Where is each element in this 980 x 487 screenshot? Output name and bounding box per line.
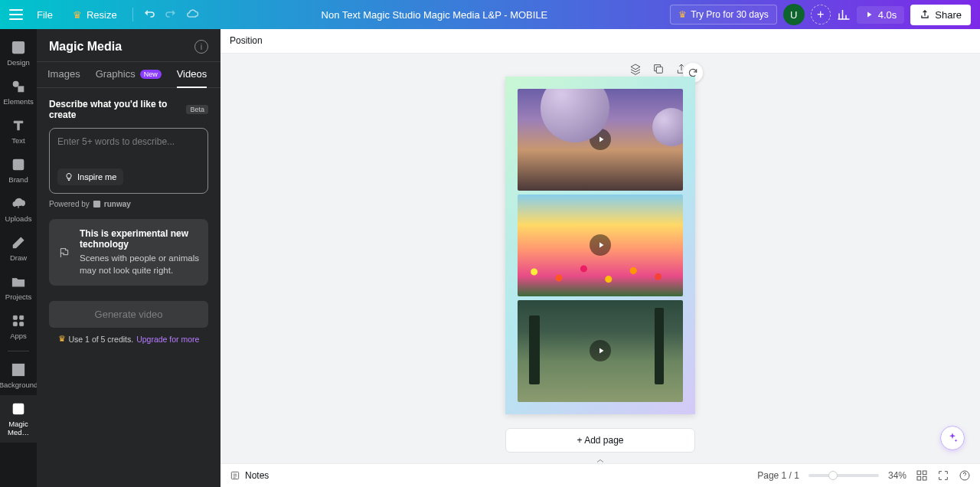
brand-icon: [11, 157, 26, 172]
cloud-upload-icon: [11, 196, 26, 211]
page-indicator[interactable]: Page 1 / 1: [757, 470, 799, 481]
info-icon[interactable]: i: [194, 40, 208, 54]
svg-rect-16: [923, 476, 926, 480]
play-button[interactable]: 4.0s: [857, 6, 905, 24]
share-button[interactable]: Share: [910, 5, 971, 25]
menu-icon[interactable]: [9, 9, 23, 20]
resize-label: Resize: [87, 9, 117, 21]
info-title: This is experimental new technology: [80, 228, 199, 250]
redo-icon[interactable]: [164, 8, 178, 21]
play-overlay[interactable]: [590, 340, 611, 361]
info-card: This is experimental new technology Scen…: [49, 219, 208, 286]
canvas-area: Position + Add pa: [220, 29, 980, 487]
svg-rect-3: [13, 159, 23, 169]
share-icon: [920, 9, 930, 20]
rail-item-magic-media[interactable]: Magic Med…: [0, 395, 37, 443]
rail-item-text[interactable]: Text: [0, 112, 37, 151]
powered-by: Powered by runway: [37, 200, 220, 211]
try-pro-button[interactable]: ♛ Try Pro for 30 days: [670, 5, 777, 25]
info-body: Scenes with people or animals may not lo…: [80, 253, 199, 276]
canvas-toolbar: Position: [220, 29, 980, 54]
rail-label: Design: [7, 58, 30, 67]
text-icon: [11, 118, 26, 133]
video-element-3[interactable]: [518, 300, 683, 402]
resize-button[interactable]: ♛ Resize: [67, 6, 123, 24]
svg-point-1: [13, 81, 18, 87]
play-overlay[interactable]: [590, 129, 611, 150]
add-page-button[interactable]: + Add page: [505, 428, 695, 453]
rail-item-draw[interactable]: Draw: [0, 229, 37, 268]
video-element-2[interactable]: [518, 194, 683, 296]
beta-badge: Beta: [186, 105, 208, 114]
rail-item-projects[interactable]: Projects: [0, 268, 37, 307]
svg-rect-13: [917, 471, 921, 475]
zoom-thumb[interactable]: [828, 471, 838, 480]
chevron-up-icon: [596, 459, 605, 463]
rail-item-apps[interactable]: Apps: [0, 307, 37, 346]
upgrade-link[interactable]: Upgrade for more: [136, 335, 199, 344]
rail-label: Background: [0, 381, 38, 389]
notes-button[interactable]: Notes: [230, 470, 269, 481]
describe-label: Describe what you'd like to create Beta: [37, 88, 220, 122]
video-element-1[interactable]: [518, 89, 683, 191]
inspire-button[interactable]: Inspire me: [57, 168, 123, 185]
side-panel: Magic Media i Images Graphics New Videos…: [37, 29, 220, 487]
duplicate-icon[interactable]: [652, 63, 665, 75]
svg-rect-5: [20, 315, 24, 319]
flag-icon: [58, 247, 70, 259]
zoom-value[interactable]: 34%: [888, 470, 906, 481]
rail-item-uploads[interactable]: Uploads: [0, 190, 37, 229]
svg-rect-11: [656, 67, 662, 73]
insights-icon[interactable]: [837, 8, 851, 21]
grid-view-icon[interactable]: [916, 469, 928, 482]
svg-rect-14: [923, 471, 926, 475]
rail-item-design[interactable]: Design: [0, 34, 37, 73]
file-menu[interactable]: File: [31, 6, 59, 24]
crown-icon: ♛: [678, 9, 687, 20]
tab-videos[interactable]: Videos: [177, 68, 207, 87]
rail-label: Projects: [5, 293, 31, 301]
rail-item-brand[interactable]: Brand: [0, 151, 37, 190]
left-rail: Design Elements Text Brand Uploads Draw …: [0, 29, 37, 487]
prompt-input[interactable]: [57, 136, 200, 158]
add-collaborator-button[interactable]: +: [811, 5, 831, 25]
svg-rect-15: [917, 476, 921, 480]
zoom-slider[interactable]: [808, 474, 879, 477]
notes-label: Notes: [245, 470, 269, 481]
page-actions: [629, 63, 688, 75]
position-button[interactable]: Position: [230, 35, 263, 46]
tab-graphics[interactable]: Graphics New: [96, 68, 162, 87]
shapes-icon: [11, 79, 26, 94]
cloud-sync-icon[interactable]: [185, 8, 199, 21]
magic-fab[interactable]: [940, 426, 965, 450]
try-pro-label: Try Pro for 30 days: [691, 9, 769, 20]
play-icon: [596, 135, 606, 144]
design-page[interactable]: [505, 77, 695, 414]
generate-button[interactable]: Generate video: [49, 301, 208, 328]
share-label: Share: [935, 9, 962, 21]
bottom-bar: Notes Page 1 / 1 34%: [220, 463, 980, 488]
play-icon: [864, 10, 874, 19]
play-overlay[interactable]: [590, 234, 611, 256]
rail-item-background[interactable]: Background: [0, 356, 37, 395]
rail-label: Brand: [8, 175, 28, 184]
crown-icon: ♛: [73, 9, 82, 21]
panel-title: Magic Media: [49, 40, 122, 54]
background-icon: [11, 362, 26, 378]
tab-label: Graphics: [96, 68, 136, 80]
rail-label: Uploads: [5, 214, 32, 223]
layers-icon[interactable]: [629, 63, 642, 75]
tab-images[interactable]: Images: [47, 68, 80, 87]
rail-divider: [8, 351, 29, 351]
document-title[interactable]: Non Text Magic Studio Magic Media L&P - …: [322, 9, 548, 21]
top-bar: File ♛ Resize Non Text Magic Studio Magi…: [0, 0, 980, 29]
fullscreen-icon[interactable]: [937, 469, 949, 482]
undo-icon[interactable]: [142, 8, 156, 21]
sparkle-icon: [946, 432, 959, 444]
help-icon[interactable]: [959, 469, 971, 482]
avatar[interactable]: U: [783, 4, 805, 25]
rail-item-elements[interactable]: Elements: [0, 73, 37, 112]
page-expand-handle[interactable]: [585, 459, 616, 463]
magic-icon: [11, 401, 26, 417]
folder-icon: [11, 274, 26, 289]
